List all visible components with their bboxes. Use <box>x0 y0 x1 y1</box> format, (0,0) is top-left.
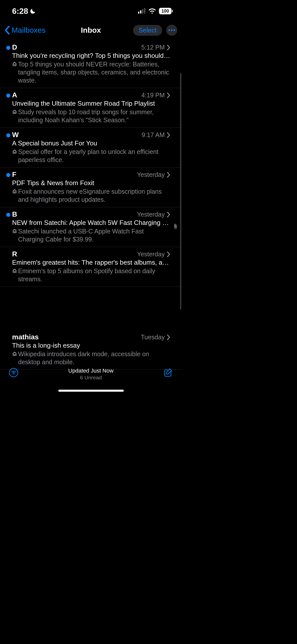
unread-dot <box>6 173 10 177</box>
email-row[interactable]: FYesterdayPDF Tips & News from FoxitFoxi… <box>0 168 182 207</box>
back-label: Mailboxes <box>12 26 46 34</box>
email-row[interactable]: BYesterdayNEW from Satechi: Apple Watch … <box>0 207 182 247</box>
email-row[interactable]: W9:17 AMA Special bonus Just For YouSpec… <box>0 128 182 168</box>
subject: Eminem's greatest hits: The rapper's bes… <box>12 259 170 266</box>
battery-icon: 100 <box>159 8 173 14</box>
preview-text: Foxit announces new eSignature subscript… <box>18 187 170 204</box>
time-label: 9:17 AM <box>142 131 165 139</box>
ellipsis-icon <box>168 29 175 31</box>
subject: This is a long-ish essay <box>12 342 170 349</box>
time-label: 4:19 PM <box>141 92 165 99</box>
summary-icon <box>12 62 17 84</box>
preview-text: Eminem's top 5 albums on Spotify based o… <box>18 267 170 283</box>
sender: R <box>12 250 17 258</box>
more-button[interactable] <box>166 25 177 36</box>
sender: mathias <box>12 333 39 341</box>
status-time: 6:28 <box>12 7 28 16</box>
sender: W <box>12 131 19 139</box>
do-not-disturb-icon <box>30 8 36 14</box>
select-button[interactable]: Select <box>133 25 162 36</box>
preview-text: Top 5 things you should NEVER recycle: B… <box>18 60 170 84</box>
summary-icon <box>12 149 17 164</box>
sender: F <box>12 171 16 179</box>
sender: D <box>12 43 17 51</box>
summary-icon <box>12 109 17 124</box>
preview-text: Study reveals top 10 road trip songs for… <box>18 108 170 124</box>
updated-label: Updated Just Now <box>68 368 114 374</box>
chevron-right-icon <box>167 172 170 178</box>
summary-icon <box>12 268 17 283</box>
summary-icon <box>12 229 17 243</box>
time-label: Yesterday <box>137 211 165 218</box>
page-title: Inbox <box>81 26 101 34</box>
home-indicator[interactable] <box>58 390 124 392</box>
time-label: 5:12 PM <box>141 44 165 51</box>
chevron-right-icon <box>167 335 170 340</box>
nav-header: Mailboxes Inbox Select <box>0 18 182 40</box>
time-label: Yesterday <box>137 171 165 178</box>
time-label: Tuesday <box>141 334 165 341</box>
unread-dot <box>6 46 10 50</box>
unread-count: 6 Unread <box>68 375 114 381</box>
subject: A Special bonus Just For You <box>12 139 170 147</box>
unread-dot <box>6 213 10 217</box>
email-row[interactable]: A4:19 PMUnveiling the Ultimate Summer Ro… <box>0 88 182 128</box>
subject: Think you're recycling right? Top 5 thin… <box>12 52 170 60</box>
chevron-right-icon <box>167 212 170 217</box>
unread-dot <box>6 94 10 98</box>
chevron-left-icon <box>5 26 10 34</box>
subject: Unveiling the Ultimate Summer Road Trip … <box>12 100 170 107</box>
preview-text: Special offer for a yearly plan to unloc… <box>18 148 170 164</box>
chevron-right-icon <box>167 132 170 138</box>
status-bar: 6:28 100 <box>0 0 182 18</box>
sender: A <box>12 91 17 99</box>
email-list: D5:12 PMThink you're recycling right? To… <box>0 40 182 370</box>
subject: NEW from Satechi: Apple Watch 5W Fast Ch… <box>12 219 170 227</box>
chevron-right-icon <box>167 252 170 257</box>
summary-icon <box>12 189 17 204</box>
chevron-right-icon <box>167 45 170 50</box>
battery-level: 100 <box>159 8 172 14</box>
wifi-icon <box>148 8 156 14</box>
unread-dot <box>6 133 10 137</box>
compose-button[interactable] <box>163 368 173 378</box>
paperclip-icon <box>173 223 178 230</box>
time-label: Yesterday <box>137 251 165 258</box>
preview-text: Satechi launched a USB-C Apple Watch Fas… <box>18 227 170 243</box>
subject: PDF Tips & News from Foxit <box>12 179 170 187</box>
cellular-signal-icon <box>138 9 145 14</box>
email-row[interactable]: D5:12 PMThink you're recycling right? To… <box>0 40 182 88</box>
email-row[interactable]: RYesterdayEminem's greatest hits: The ra… <box>0 247 182 287</box>
filter-button[interactable] <box>9 368 19 378</box>
sender: B <box>12 210 17 218</box>
chevron-right-icon <box>167 93 170 98</box>
back-button[interactable]: Mailboxes <box>5 26 46 34</box>
scroll-indicator[interactable] <box>180 73 181 309</box>
status-text: Updated Just Now 6 Unread <box>68 368 114 381</box>
